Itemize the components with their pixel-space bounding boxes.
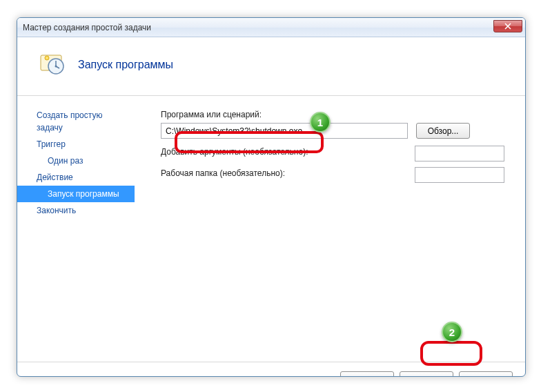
nav-create-task[interactable]: Создать простую задачу (17, 107, 135, 136)
arguments-input[interactable] (415, 146, 504, 161)
svg-point-5 (45, 56, 49, 60)
browse-button[interactable]: Обзор... (416, 123, 470, 139)
program-label: Программа или сценарий: (161, 110, 504, 119)
nav-trigger[interactable]: Триггер (17, 136, 135, 153)
startin-label: Рабочая папка (необязательно): (161, 168, 285, 178)
next-button[interactable]: Далее > (400, 371, 453, 377)
nav-finish[interactable]: Закончить (17, 202, 135, 219)
nav-trigger-once[interactable]: Один раз (17, 153, 135, 169)
arguments-label: Добавить аргументы (необязательно): (161, 147, 308, 157)
window-title: Мастер создания простой задачи (23, 23, 151, 32)
nav-action[interactable]: Действие (17, 169, 135, 186)
page-title: Запуск программы (78, 59, 173, 71)
close-icon (504, 23, 511, 30)
wizard-window: Мастер создания простой задачи Запуск пр… (17, 17, 526, 377)
form-content: Программа или сценарий: Обзор... Добавит… (135, 104, 525, 362)
program-input[interactable] (161, 123, 408, 139)
wizard-footer: < Назад Далее > Отмена (17, 362, 525, 377)
wizard-body: Создать простую задачу Триггер Один раз … (17, 96, 525, 362)
startin-input[interactable] (415, 167, 504, 183)
nav-start-program[interactable]: Запуск программы (17, 186, 135, 202)
page-header: Запуск программы (17, 37, 525, 95)
close-button[interactable] (493, 20, 522, 32)
wizard-nav: Создать простую задачу Триггер Один раз … (17, 104, 135, 362)
cancel-button[interactable]: Отмена (459, 371, 513, 377)
task-scheduler-icon (38, 51, 66, 79)
back-button[interactable]: < Назад (340, 371, 394, 377)
title-bar[interactable]: Мастер создания простой задачи (17, 18, 525, 37)
